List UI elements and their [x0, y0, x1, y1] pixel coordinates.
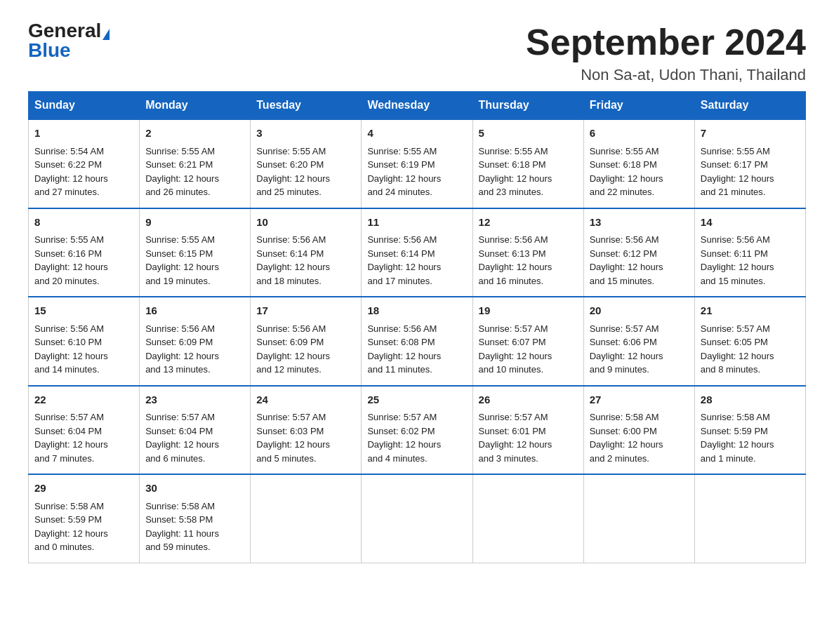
- day-number: 1: [34, 126, 133, 142]
- day-number: 26: [479, 392, 578, 408]
- calendar-day-cell: 6Sunrise: 5:55 AMSunset: 6:18 PMDaylight…: [583, 119, 694, 208]
- calendar-day-cell: 4Sunrise: 5:55 AMSunset: 6:19 PMDaylight…: [362, 119, 472, 208]
- day-info: Sunrise: 5:55 AMSunset: 6:17 PMDaylight:…: [701, 145, 800, 199]
- calendar-header-wednesday: Wednesday: [362, 92, 472, 120]
- day-number: 15: [34, 303, 133, 319]
- day-info: Sunrise: 5:56 AMSunset: 6:14 PMDaylight:…: [256, 233, 355, 288]
- calendar-day-cell: 21Sunrise: 5:57 AMSunset: 6:05 PMDayligh…: [694, 297, 805, 386]
- calendar-day-cell: 26Sunrise: 5:57 AMSunset: 6:01 PMDayligh…: [472, 386, 583, 475]
- calendar-day-cell: 8Sunrise: 5:55 AMSunset: 6:16 PMDaylight…: [29, 208, 140, 297]
- day-info: Sunrise: 5:55 AMSunset: 6:21 PMDaylight:…: [145, 145, 244, 199]
- calendar-day-cell: [694, 474, 805, 563]
- calendar-week-row: 1Sunrise: 5:54 AMSunset: 6:22 PMDaylight…: [29, 119, 806, 208]
- day-number: 3: [256, 126, 355, 142]
- calendar-table: SundayMondayTuesdayWednesdayThursdayFrid…: [28, 91, 806, 563]
- day-info: Sunrise: 5:56 AMSunset: 6:09 PMDaylight:…: [256, 322, 355, 377]
- day-number: 4: [367, 126, 466, 142]
- day-number: 20: [590, 303, 689, 319]
- calendar-header-sunday: Sunday: [29, 92, 140, 120]
- day-number: 12: [479, 215, 578, 231]
- calendar-day-cell: 7Sunrise: 5:55 AMSunset: 6:17 PMDaylight…: [694, 119, 805, 208]
- day-info: Sunrise: 5:57 AMSunset: 6:03 PMDaylight:…: [256, 410, 355, 465]
- calendar-day-cell: 15Sunrise: 5:56 AMSunset: 6:10 PMDayligh…: [29, 297, 140, 386]
- calendar-day-cell: 10Sunrise: 5:56 AMSunset: 6:14 PMDayligh…: [251, 208, 362, 297]
- calendar-day-cell: 17Sunrise: 5:56 AMSunset: 6:09 PMDayligh…: [251, 297, 362, 386]
- day-number: 6: [590, 126, 689, 142]
- day-number: 30: [145, 481, 244, 497]
- calendar-header-saturday: Saturday: [694, 92, 805, 120]
- day-number: 11: [367, 215, 466, 231]
- day-number: 23: [145, 392, 244, 408]
- calendar-day-cell: 11Sunrise: 5:56 AMSunset: 6:14 PMDayligh…: [362, 208, 472, 297]
- day-number: 29: [34, 481, 133, 497]
- calendar-day-cell: [472, 474, 583, 563]
- calendar-header-thursday: Thursday: [472, 92, 583, 120]
- calendar-week-row: 22Sunrise: 5:57 AMSunset: 6:04 PMDayligh…: [29, 386, 806, 475]
- day-number: 19: [479, 303, 578, 319]
- calendar-header-tuesday: Tuesday: [251, 92, 362, 120]
- day-number: 27: [590, 392, 689, 408]
- day-number: 28: [701, 392, 800, 408]
- day-info: Sunrise: 5:56 AMSunset: 6:09 PMDaylight:…: [145, 322, 244, 377]
- day-info: Sunrise: 5:55 AMSunset: 6:16 PMDaylight:…: [34, 233, 133, 288]
- day-number: 8: [34, 215, 133, 231]
- day-number: 21: [701, 303, 800, 319]
- calendar-day-cell: 13Sunrise: 5:56 AMSunset: 6:12 PMDayligh…: [583, 208, 694, 297]
- day-number: 18: [367, 303, 466, 319]
- day-info: Sunrise: 5:57 AMSunset: 6:05 PMDaylight:…: [701, 322, 800, 377]
- day-info: Sunrise: 5:58 AMSunset: 6:00 PMDaylight:…: [590, 410, 689, 465]
- day-info: Sunrise: 5:56 AMSunset: 6:10 PMDaylight:…: [34, 322, 133, 377]
- calendar-day-cell: 28Sunrise: 5:58 AMSunset: 5:59 PMDayligh…: [694, 386, 805, 475]
- calendar-day-cell: 16Sunrise: 5:56 AMSunset: 6:09 PMDayligh…: [140, 297, 251, 386]
- day-number: 2: [145, 126, 244, 142]
- calendar-day-cell: 5Sunrise: 5:55 AMSunset: 6:18 PMDaylight…: [472, 119, 583, 208]
- day-info: Sunrise: 5:58 AMSunset: 5:58 PMDaylight:…: [145, 499, 244, 554]
- calendar-day-cell: [362, 474, 472, 563]
- logo: General Blue: [28, 21, 110, 60]
- calendar-day-cell: 27Sunrise: 5:58 AMSunset: 6:00 PMDayligh…: [583, 386, 694, 475]
- calendar-day-cell: 30Sunrise: 5:58 AMSunset: 5:58 PMDayligh…: [140, 474, 251, 563]
- day-info: Sunrise: 5:57 AMSunset: 6:01 PMDaylight:…: [479, 410, 578, 465]
- calendar-week-row: 15Sunrise: 5:56 AMSunset: 6:10 PMDayligh…: [29, 297, 806, 386]
- calendar-day-cell: 14Sunrise: 5:56 AMSunset: 6:11 PMDayligh…: [694, 208, 805, 297]
- calendar-header-monday: Monday: [140, 92, 251, 120]
- calendar-day-cell: 22Sunrise: 5:57 AMSunset: 6:04 PMDayligh…: [29, 386, 140, 475]
- calendar-week-row: 29Sunrise: 5:58 AMSunset: 5:59 PMDayligh…: [29, 474, 806, 563]
- calendar-day-cell: 23Sunrise: 5:57 AMSunset: 6:04 PMDayligh…: [140, 386, 251, 475]
- logo-triangle-icon: [102, 29, 110, 40]
- day-info: Sunrise: 5:56 AMSunset: 6:14 PMDaylight:…: [367, 233, 466, 288]
- page-header: General Blue September 2024 Non Sa-at, U…: [28, 21, 806, 84]
- title-block: September 2024 Non Sa-at, Udon Thani, Th…: [526, 21, 806, 84]
- calendar-day-cell: 20Sunrise: 5:57 AMSunset: 6:06 PMDayligh…: [583, 297, 694, 386]
- day-info: Sunrise: 5:55 AMSunset: 6:18 PMDaylight:…: [590, 145, 689, 199]
- calendar-day-cell: 19Sunrise: 5:57 AMSunset: 6:07 PMDayligh…: [472, 297, 583, 386]
- day-info: Sunrise: 5:56 AMSunset: 6:12 PMDaylight:…: [590, 233, 689, 288]
- day-info: Sunrise: 5:57 AMSunset: 6:02 PMDaylight:…: [367, 410, 466, 465]
- calendar-day-cell: 1Sunrise: 5:54 AMSunset: 6:22 PMDaylight…: [29, 119, 140, 208]
- calendar-day-cell: [251, 474, 362, 563]
- day-info: Sunrise: 5:57 AMSunset: 6:04 PMDaylight:…: [34, 410, 133, 465]
- calendar-day-cell: 9Sunrise: 5:55 AMSunset: 6:15 PMDaylight…: [140, 208, 251, 297]
- day-number: 9: [145, 215, 244, 231]
- day-info: Sunrise: 5:55 AMSunset: 6:20 PMDaylight:…: [256, 145, 355, 199]
- calendar-day-cell: 25Sunrise: 5:57 AMSunset: 6:02 PMDayligh…: [362, 386, 472, 475]
- day-number: 16: [145, 303, 244, 319]
- logo-general: General: [28, 20, 101, 41]
- calendar-header-row: SundayMondayTuesdayWednesdayThursdayFrid…: [29, 92, 806, 120]
- day-info: Sunrise: 5:56 AMSunset: 6:11 PMDaylight:…: [701, 233, 800, 288]
- calendar-subtitle: Non Sa-at, Udon Thani, Thailand: [526, 66, 806, 84]
- day-number: 22: [34, 392, 133, 408]
- day-info: Sunrise: 5:56 AMSunset: 6:08 PMDaylight:…: [367, 322, 466, 377]
- day-number: 25: [367, 392, 466, 408]
- calendar-day-cell: 18Sunrise: 5:56 AMSunset: 6:08 PMDayligh…: [362, 297, 472, 386]
- day-info: Sunrise: 5:57 AMSunset: 6:07 PMDaylight:…: [479, 322, 578, 377]
- logo-text: General: [28, 21, 110, 41]
- calendar-title: September 2024: [526, 21, 806, 63]
- calendar-day-cell: 24Sunrise: 5:57 AMSunset: 6:03 PMDayligh…: [251, 386, 362, 475]
- day-info: Sunrise: 5:57 AMSunset: 6:04 PMDaylight:…: [145, 410, 244, 465]
- calendar-day-cell: [583, 474, 694, 563]
- day-number: 14: [701, 215, 800, 231]
- day-info: Sunrise: 5:55 AMSunset: 6:15 PMDaylight:…: [145, 233, 244, 288]
- calendar-day-cell: 12Sunrise: 5:56 AMSunset: 6:13 PMDayligh…: [472, 208, 583, 297]
- day-info: Sunrise: 5:58 AMSunset: 5:59 PMDaylight:…: [34, 499, 133, 554]
